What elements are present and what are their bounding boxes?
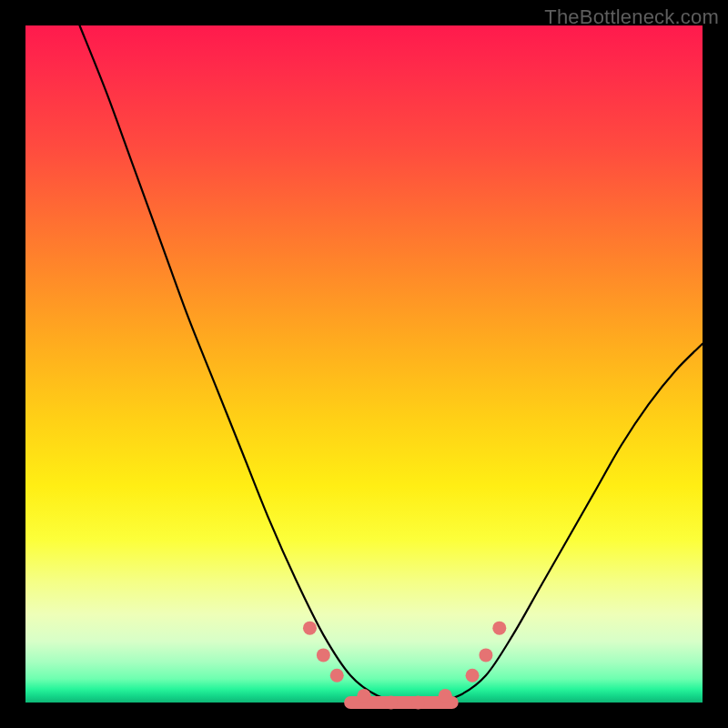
watermark-text: TheBottleneck.com	[544, 5, 719, 29]
highlight-dot	[439, 689, 452, 703]
highlight-dot	[358, 689, 371, 703]
highlight-dot	[411, 696, 425, 710]
highlight-markers	[303, 622, 506, 710]
highlight-dot	[303, 622, 317, 635]
bottleneck-curve	[80, 25, 703, 703]
outer-frame: TheBottleneck.com	[0, 0, 728, 728]
highlight-dot	[479, 648, 492, 662]
highlight-dot	[317, 648, 330, 662]
highlight-dot	[330, 669, 344, 682]
curve-layer	[80, 25, 703, 703]
highlight-dot	[492, 622, 506, 635]
highlight-dot	[466, 669, 480, 682]
chart-svg	[25, 25, 703, 703]
highlight-dot	[384, 696, 398, 710]
